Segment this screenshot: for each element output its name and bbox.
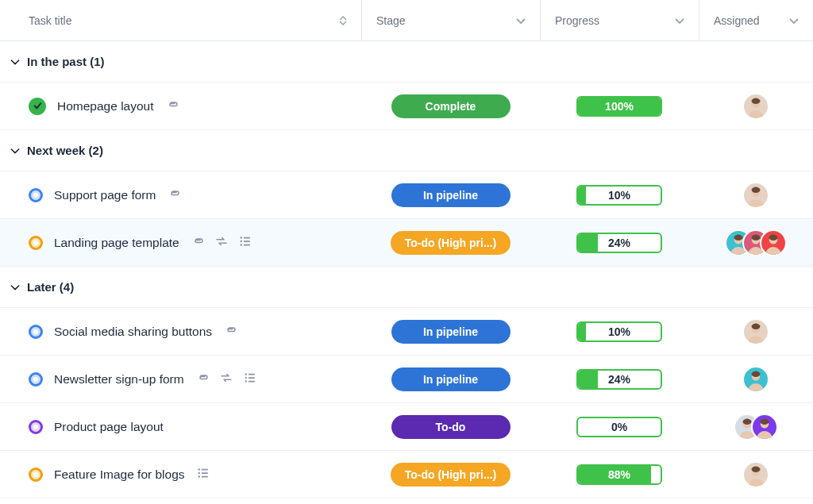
cell-stage: Complete xyxy=(361,94,540,118)
avatar-stack[interactable] xyxy=(734,414,778,441)
chevron-down-icon[interactable] xyxy=(516,14,526,27)
cell-assigned xyxy=(699,93,813,120)
avatar-stack[interactable] xyxy=(742,461,769,488)
status-circle[interactable] xyxy=(29,372,43,387)
progress-label: 24% xyxy=(578,371,661,388)
task-row[interactable]: Feature Image for blogs To-do (High pri.… xyxy=(0,451,813,498)
avatar[interactable] xyxy=(742,366,769,393)
task-row[interactable]: Newsletter sign-up form In pipeline 24% xyxy=(0,356,813,403)
progress-bar[interactable]: 10% xyxy=(576,185,662,206)
avatar[interactable] xyxy=(742,182,769,209)
row-icons xyxy=(196,466,210,483)
status-complete-icon[interactable] xyxy=(29,98,46,115)
cell-title: Feature Image for blogs xyxy=(0,466,361,483)
cell-assigned xyxy=(699,182,813,209)
avatar-stack[interactable] xyxy=(742,93,769,120)
avatar-stack[interactable] xyxy=(725,229,787,256)
row-icons xyxy=(191,234,252,251)
row-icons xyxy=(195,371,257,387)
task-title[interactable]: Support page form xyxy=(54,188,156,202)
status-circle[interactable] xyxy=(29,188,43,202)
column-label: Assigned xyxy=(714,14,760,27)
attach-icon xyxy=(195,371,210,387)
status-circle[interactable] xyxy=(29,420,43,434)
task-title[interactable]: Social media sharing buttons xyxy=(54,325,212,339)
chevron-down-icon[interactable] xyxy=(675,14,684,27)
cell-stage: In pipeline xyxy=(361,183,540,207)
avatar[interactable] xyxy=(742,461,769,488)
list-icon xyxy=(238,234,252,251)
progress-bar[interactable]: 0% xyxy=(576,417,662,437)
stage-label: To-do (High pri...) xyxy=(405,237,497,249)
stage-pill[interactable]: In pipeline xyxy=(391,320,511,344)
cell-assigned xyxy=(699,229,813,256)
stage-pill[interactable]: To-do (High pri...) xyxy=(391,463,511,487)
task-row[interactable]: Landing page template To-do (High pri...… xyxy=(0,219,813,267)
column-header-assigned[interactable]: Assigned xyxy=(699,0,813,40)
column-label: Stage xyxy=(376,14,406,27)
stage-pill[interactable]: To-do xyxy=(391,415,511,439)
stage-pill[interactable]: To-do (High pri...) xyxy=(391,231,511,255)
task-row[interactable]: Homepage layout Complete 100% xyxy=(0,83,813,130)
cell-title: Homepage layout xyxy=(0,98,361,115)
avatar[interactable] xyxy=(742,318,769,345)
stage-pill[interactable]: In pipeline xyxy=(391,367,511,391)
stage-pill[interactable]: Complete xyxy=(391,94,511,118)
progress-label: 100% xyxy=(578,98,661,115)
avatar[interactable] xyxy=(742,93,769,120)
status-circle[interactable] xyxy=(29,236,43,250)
avatar[interactable] xyxy=(751,414,778,441)
group-label: Next week (2) xyxy=(27,144,103,157)
chevron-down-icon[interactable] xyxy=(6,281,24,294)
chevron-down-icon[interactable] xyxy=(6,144,24,157)
column-header-stage[interactable]: Stage xyxy=(361,0,540,40)
sort-icon[interactable] xyxy=(339,16,347,25)
task-table: Task title Stage Progress Assigned xyxy=(0,0,813,498)
task-row[interactable]: Product page layout To-do 0% xyxy=(0,403,813,451)
task-row[interactable]: Social media sharing buttons In pipeline… xyxy=(0,308,813,356)
task-title[interactable]: Landing page template xyxy=(54,236,179,250)
avatar-stack[interactable] xyxy=(742,366,769,393)
chevron-down-icon[interactable] xyxy=(6,56,24,68)
group-header[interactable]: In the past (1) xyxy=(0,41,813,83)
stage-pill[interactable]: In pipeline xyxy=(391,183,511,207)
avatar[interactable] xyxy=(760,229,787,256)
repeat-icon xyxy=(214,234,229,251)
group-label: Later (4) xyxy=(27,280,74,294)
cell-assigned xyxy=(699,318,813,345)
column-header-title[interactable]: Task title xyxy=(0,0,361,40)
stage-label: In pipeline xyxy=(423,325,478,338)
chevron-down-icon[interactable] xyxy=(789,14,799,27)
cell-progress: 100% xyxy=(540,96,699,117)
progress-bar[interactable]: 100% xyxy=(576,96,662,117)
progress-label: 0% xyxy=(578,418,661,436)
task-title[interactable]: Product page layout xyxy=(54,420,164,434)
progress-bar[interactable]: 10% xyxy=(576,321,662,342)
avatar-stack[interactable] xyxy=(742,182,769,209)
cell-progress: 0% xyxy=(540,417,699,437)
stage-label: In pipeline xyxy=(423,189,478,202)
cell-title: Newsletter sign-up form xyxy=(0,371,361,387)
cell-assigned xyxy=(699,461,813,488)
progress-bar[interactable]: 24% xyxy=(576,369,662,390)
status-circle[interactable] xyxy=(29,467,43,482)
task-title[interactable]: Newsletter sign-up form xyxy=(54,372,184,387)
group-label: In the past (1) xyxy=(27,55,105,68)
progress-bar[interactable]: 88% xyxy=(576,464,662,485)
task-title[interactable]: Feature Image for blogs xyxy=(54,467,185,482)
progress-bar[interactable]: 24% xyxy=(576,233,662,253)
progress-label: 24% xyxy=(578,234,661,252)
status-circle[interactable] xyxy=(29,325,43,339)
task-title[interactable]: Homepage layout xyxy=(57,99,154,113)
progress-label: 10% xyxy=(578,187,661,204)
group-header[interactable]: Later (4) xyxy=(0,267,813,308)
stage-label: In pipeline xyxy=(423,373,478,386)
task-row[interactable]: Support page form In pipeline 10% xyxy=(0,171,813,219)
list-icon xyxy=(196,466,210,483)
stage-label: To-do (High pri...) xyxy=(405,468,497,481)
group-header[interactable]: Next week (2) xyxy=(0,130,813,171)
row-icons xyxy=(165,98,179,114)
column-header-progress[interactable]: Progress xyxy=(540,0,699,40)
avatar-stack[interactable] xyxy=(742,318,769,345)
cell-assigned xyxy=(699,414,813,441)
